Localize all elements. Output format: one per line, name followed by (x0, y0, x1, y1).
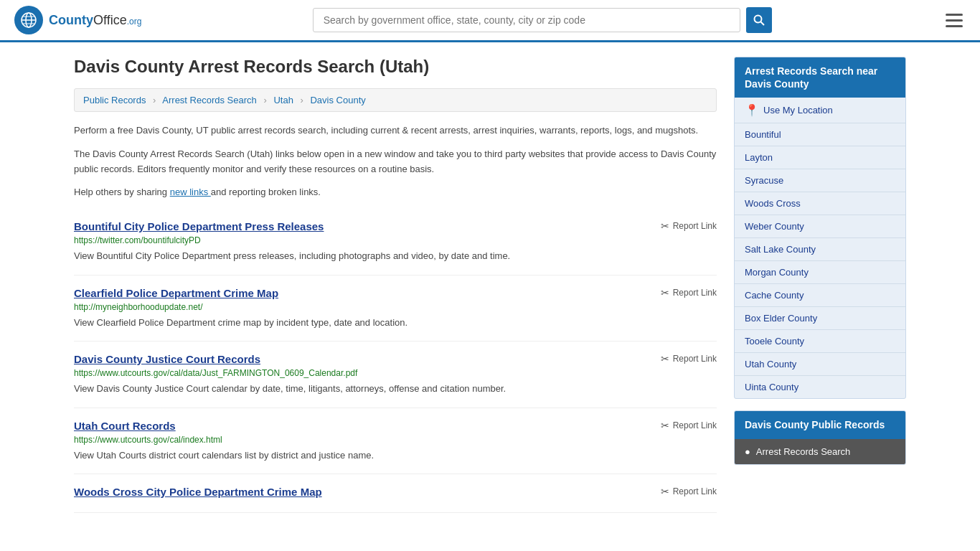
result-url: http://myneighborhoodupdate.net/ (74, 302, 717, 312)
report-icon: ✂ (661, 486, 669, 497)
search-icon (753, 14, 765, 26)
result-desc: View Davis County Justice Court calendar… (74, 382, 717, 396)
result-title[interactable]: Bountiful City Police Department Press R… (74, 220, 324, 232)
breadcrumb-utah[interactable]: Utah (273, 95, 293, 105)
breadcrumb-arrest-records[interactable]: Arrest Records Search (162, 95, 257, 105)
result-desc: View Clearfield Police Department crime … (74, 316, 717, 330)
logo-text: CountyOffice.org (49, 13, 141, 28)
results-list: Bountiful City Police Department Press R… (74, 209, 717, 513)
result-title[interactable]: Clearfield Police Department Crime Map (74, 287, 278, 299)
svg-line-6 (760, 22, 764, 26)
nearby-link-syracuse[interactable]: Syracuse (735, 169, 905, 192)
main-layout: Davis County Arrest Records Search (Utah… (60, 42, 920, 527)
breadcrumb-sep: › (301, 95, 303, 105)
result-desc: View Bountiful City Police Department pr… (74, 249, 717, 263)
location-pin-icon: 📍 (745, 103, 759, 117)
report-icon: ✂ (661, 220, 669, 232)
desc-3-suffix: and reporting broken links. (211, 187, 321, 197)
report-icon: ✂ (661, 353, 669, 364)
report-link[interactable]: ✂ Report Link (661, 486, 717, 497)
result-item: Woods Cross City Police Department Crime… (74, 474, 717, 513)
search-input[interactable] (313, 8, 740, 32)
search-button[interactable] (746, 7, 772, 33)
result-url: https://www.utcourts.gov/cal/index.html (74, 435, 717, 445)
nearby-link-salt-lake-county[interactable]: Salt Lake County (735, 238, 905, 261)
page-title: Davis County Arrest Records Search (Utah… (74, 57, 717, 77)
nearby-link-box-elder-county[interactable]: Box Elder County (735, 307, 905, 330)
nearby-section: Arrest Records Search near Davis County … (734, 57, 906, 399)
use-my-location-link[interactable]: Use My Location (763, 105, 833, 116)
nearby-section-title: Arrest Records Search near Davis County (735, 57, 905, 98)
breadcrumb: Public Records › Arrest Records Search ›… (74, 88, 717, 112)
nearby-link-weber-county[interactable]: Weber County (735, 215, 905, 238)
nearby-link-layton[interactable]: Layton (735, 146, 905, 169)
logo-area: CountyOffice.org (14, 6, 141, 34)
nearby-link-woods-cross[interactable]: Woods Cross (735, 192, 905, 215)
report-icon: ✂ (661, 420, 669, 431)
nearby-link-bountiful[interactable]: Bountiful (735, 123, 905, 146)
report-icon: ✂ (661, 287, 669, 298)
result-item: Bountiful City Police Department Press R… (74, 209, 717, 276)
result-title[interactable]: Woods Cross City Police Department Crime… (74, 486, 322, 498)
public-records-section: Davis County Public Records ● Arrest Rec… (734, 410, 906, 464)
logo-icon (14, 6, 43, 34)
result-item: Utah Court Records ✂ Report Link https:/… (74, 408, 717, 475)
result-title[interactable]: Utah Court Records (74, 420, 176, 432)
report-link[interactable]: ✂ Report Link (661, 420, 717, 431)
search-area (313, 7, 772, 33)
description-3: Help others by sharing new links and rep… (74, 185, 717, 200)
content-area: Davis County Arrest Records Search (Utah… (74, 57, 717, 513)
breadcrumb-sep: › (263, 95, 266, 105)
result-item: Davis County Justice Court Records ✂ Rep… (74, 342, 717, 408)
report-link[interactable]: ✂ Report Link (661, 353, 717, 364)
result-title[interactable]: Davis County Justice Court Records (74, 353, 260, 365)
svg-point-5 (754, 16, 761, 23)
menu-bar (946, 19, 963, 22)
public-records-section-title: Davis County Public Records (735, 411, 905, 438)
nearby-link-uinta-county[interactable]: Uinta County (735, 376, 905, 398)
result-item: Clearfield Police Department Crime Map ✂… (74, 276, 717, 342)
menu-bar (946, 14, 963, 16)
nearby-link-morgan-county[interactable]: Morgan County (735, 261, 905, 284)
breadcrumb-davis-county[interactable]: Davis County (310, 95, 365, 105)
nearby-link-utah-county[interactable]: Utah County (735, 353, 905, 376)
arrest-records-search-link[interactable]: ● Arrest Records Search (735, 439, 905, 464)
new-links-link[interactable]: new links (170, 187, 211, 197)
report-link[interactable]: ✂ Report Link (661, 287, 717, 298)
nearby-link-cache-county[interactable]: Cache County (735, 284, 905, 307)
result-url: https://www.utcourts.gov/cal/data/Just_F… (74, 368, 717, 378)
sidebar: Arrest Records Search near Davis County … (734, 57, 906, 513)
description-2: The Davis County Arrest Records Search (… (74, 147, 717, 177)
bullet-icon: ● (745, 446, 750, 457)
desc-3-prefix: Help others by sharing (74, 187, 167, 197)
use-my-location-item[interactable]: 📍 Use My Location (735, 98, 905, 123)
description-1: Perform a free Davis County, UT public a… (74, 123, 717, 138)
report-link[interactable]: ✂ Report Link (661, 220, 717, 232)
menu-bar (946, 25, 963, 27)
breadcrumb-sep: › (153, 95, 156, 105)
result-desc: View Utah Courts district court calendar… (74, 448, 717, 463)
result-url: https://twitter.com/bountifulcityPD (74, 235, 717, 245)
hamburger-menu-button[interactable] (943, 11, 966, 30)
nearby-link-tooele-county[interactable]: Tooele County (735, 330, 905, 353)
breadcrumb-public-records[interactable]: Public Records (83, 95, 146, 105)
site-header: CountyOffice.org (0, 0, 980, 42)
